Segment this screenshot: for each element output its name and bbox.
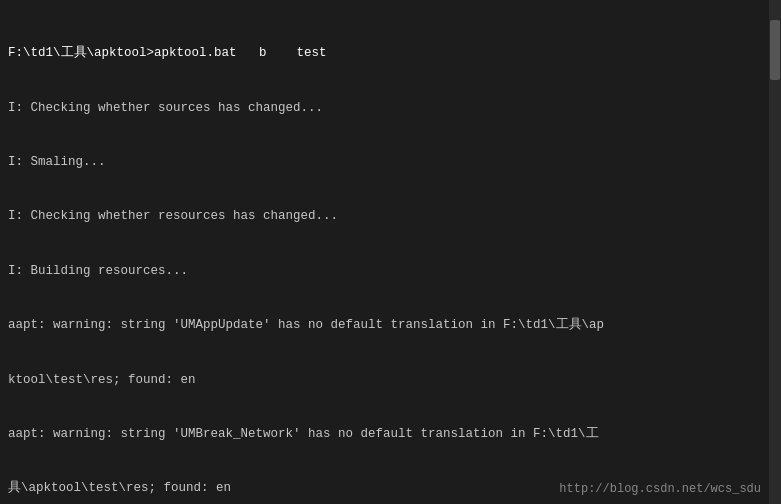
scrollbar-thumb[interactable]	[770, 20, 780, 80]
terminal-line-5: aapt: warning: string 'UMAppUpdate' has …	[8, 316, 771, 334]
terminal-line-1: I: Checking whether sources has changed.…	[8, 99, 771, 117]
terminal-line-4: I: Building resources...	[8, 262, 771, 280]
terminal-line-3: I: Checking whether resources has change…	[8, 207, 771, 225]
terminal-line-7: aapt: warning: string 'UMBreak_Network' …	[8, 425, 771, 443]
terminal-window: F:\td1\工具\apktool>apktool.bat b test I: …	[0, 0, 781, 504]
terminal-line-6: ktool\test\res; found: en	[8, 371, 771, 389]
terminal-line-2: I: Smaling...	[8, 153, 771, 171]
terminal-output: F:\td1\工具\apktool>apktool.bat b test I: …	[0, 0, 781, 504]
scrollbar[interactable]	[769, 0, 781, 504]
watermark: http://blog.csdn.net/wcs_sdu	[559, 482, 761, 496]
terminal-line-0: F:\td1\工具\apktool>apktool.bat b test	[8, 44, 771, 62]
